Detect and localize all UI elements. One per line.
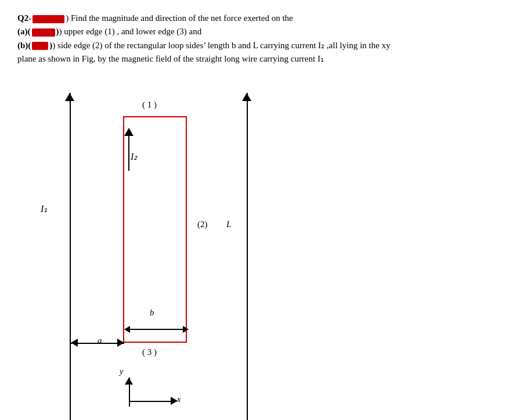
line3-text: ) side edge (2) of the rectangular loop … [52,41,390,50]
wire-right-arrow-up [242,93,251,101]
label-a: a [98,336,102,346]
line4-text: plane as shown in Fig, by the magnetic f… [17,54,324,63]
redacted-2 [32,28,55,37]
b-line [130,329,183,330]
wire-left [70,93,71,420]
line1: Q2-) Find the magnitude and direction of… [17,12,482,25]
wire-right [247,93,248,420]
b-arrow-right [183,326,189,333]
a-arrow-right [117,339,124,347]
label-i1: I₁ [41,203,47,214]
label-top-edge: ( 1 ) [142,100,157,110]
part-a-label: (a)( [17,27,31,36]
redacted-3 [32,42,48,50]
label-L: L [226,220,231,229]
y-axis-arrow [125,378,133,385]
label-y-axis: y [120,367,123,376]
label-bottom-edge: ( 3 ) [142,347,157,357]
x-axis [129,401,175,402]
label-x-axis: x [177,395,181,404]
a-arrow-left [71,339,78,347]
diagram-area: I₁ ( 1 ) ( 3 ) (2) L I₂ b a [23,76,313,401]
i2-arrow-shaft [128,136,129,171]
label-i2: I₂ [131,151,137,162]
line4: plane as shown in Fig, by the magnetic f… [17,52,482,66]
question-text: Q2-) Find the magnitude and direction of… [17,12,482,66]
line2: (a)()) upper edge (1) , and lower edge (… [17,25,482,38]
i2-arrow-head [124,128,134,136]
b-arrow-left [124,326,130,333]
line3: (b)()) side edge (2) of the rectangular … [17,39,482,52]
label-right-edge: (2) [197,220,208,229]
question-number: Q2- [17,13,31,23]
label-b: b [150,308,154,318]
line1-text: ) Find the magnitude and direction of th… [66,13,293,23]
line2-text: ) upper edge (1) , and lower edge (3) an… [59,27,202,36]
wire-left-arrow-up [65,93,74,101]
redacted-1 [33,15,64,23]
page: Q2-) Find the magnitude and direction of… [0,0,505,420]
rectangular-loop [123,116,187,343]
part-b-label: (b)( [17,41,31,50]
